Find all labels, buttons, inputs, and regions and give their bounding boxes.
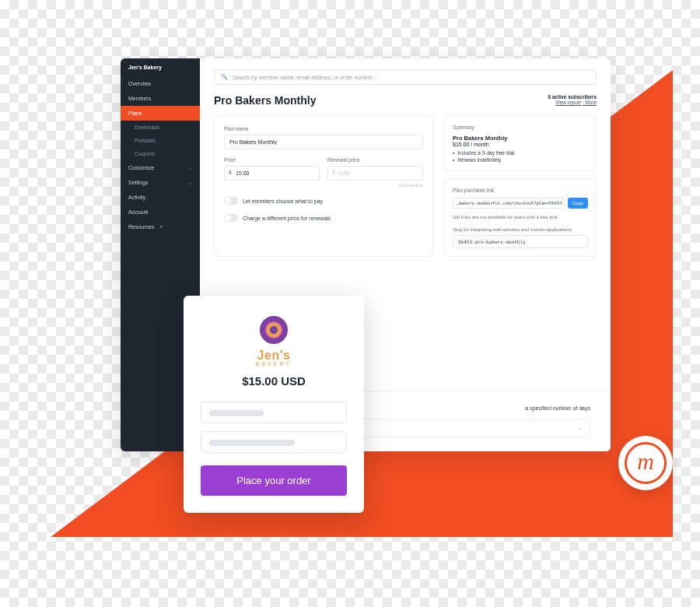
workspace-title: Jen's Bakery <box>121 58 200 76</box>
summary-bullet: Renews indefinitely <box>453 157 588 163</box>
plan-form-card: Plan name Price $ Renewal price <box>214 116 433 257</box>
checkout-card: Jen's BAKERY $15.00 USD Place your order <box>184 296 364 513</box>
copy-button[interactable]: Copy <box>568 198 588 209</box>
sidebar-item-members[interactable]: Members <box>121 91 200 106</box>
gift-link-note: Gift links are not available for plans w… <box>453 215 588 219</box>
toggle-choose-price-label: Let members choose what to pay <box>243 198 323 204</box>
sidebar-item-label: Resources <box>128 224 154 230</box>
page-title: Pro Bakers Monthly <box>214 94 316 107</box>
toggle-renewal-price[interactable] <box>224 214 238 222</box>
checkout-input-2[interactable] <box>201 431 347 453</box>
external-link-icon: ↗ <box>159 225 163 230</box>
place-order-button[interactable]: Place your order <box>201 465 347 496</box>
slug-value[interactable]: 56453-pro-bakers-monthly <box>453 235 588 248</box>
price-input[interactable] <box>224 166 320 181</box>
brand-logo <box>260 316 288 344</box>
summary-heading: Summary <box>453 125 588 130</box>
summary-bullet: Includes a 5-day free trial <box>453 150 588 156</box>
sidebar-sub-podcasts[interactable]: Podcasts <box>121 134 200 147</box>
donut-icon <box>265 321 282 339</box>
purchase-link-label: Plan purchase link <box>453 188 588 193</box>
sidebar-item-activity[interactable]: Activity <box>121 190 200 205</box>
badge-ring: m <box>625 442 667 484</box>
toggle-choose-price[interactable] <box>224 197 238 205</box>
more-link[interactable]: More <box>585 100 597 105</box>
chevron-down-icon: ⌄ <box>188 165 192 170</box>
sidebar-item-settings[interactable]: Settings ⌄ <box>121 175 200 190</box>
sidebar-item-label: Customize <box>128 165 154 170</box>
chevron-down-icon: ⌄ <box>577 425 582 431</box>
purchase-link-value[interactable]: …bakery.memberful.com/checkout?plan=5645… <box>453 198 565 209</box>
sidebar-item-plans[interactable]: Plans <box>121 106 200 121</box>
checkout-amount: $15.00 USD <box>201 374 347 388</box>
search-placeholder: Search by member name, email address, or… <box>233 75 378 80</box>
summary-card: Summary Pro Bakers Monthly $15.00 / mont… <box>444 116 597 171</box>
chevron-down-icon: ⌄ <box>188 180 192 185</box>
currency-symbol: $ <box>229 170 232 175</box>
subscriber-count: 8 active subscribers <box>548 94 597 100</box>
plan-name-label: Plan name <box>224 126 423 132</box>
toggle-renewal-price-label: Charge a different price for renewals <box>243 216 331 221</box>
unavailable-hint: Unavailable <box>327 183 423 188</box>
sidebar-item-account[interactable]: Account <box>121 205 200 219</box>
summary-price: $15.00 / month <box>453 142 588 147</box>
memberful-badge: m <box>618 436 673 490</box>
sidebar-sub-downloads[interactable]: Downloads <box>121 121 200 134</box>
currency-symbol: $ <box>332 170 335 175</box>
sidebar-item-resources[interactable]: Resources ↗ <box>121 219 200 234</box>
header-meta: 8 active subscribers View report · More <box>548 94 597 105</box>
renewal-price-label: Renewal price <box>327 157 423 163</box>
checkout-input-1[interactable] <box>201 402 347 423</box>
sidebar-item-customize[interactable]: Customize ⌄ <box>121 160 200 175</box>
memberful-m-icon: m <box>637 448 654 475</box>
view-report-link[interactable]: View report <box>555 100 581 105</box>
search-icon: 🔍 <box>221 74 228 80</box>
sidebar-item-label: Settings <box>128 180 148 185</box>
price-label: Price <box>224 157 320 163</box>
search-input[interactable]: 🔍 Search by member name, email address, … <box>214 69 597 85</box>
summary-plan-name: Pro Bakers Monthly <box>453 135 588 142</box>
renewal-price-input <box>327 166 423 181</box>
peek-text: a specified number of days <box>525 405 590 411</box>
sidebar-sub-coupons[interactable]: Coupons <box>121 147 200 160</box>
slug-label: Slug for integrating with services and c… <box>453 227 588 232</box>
sidebar-item-overview[interactable]: Overview <box>121 76 200 91</box>
brand-subtitle: BAKERY <box>201 361 347 367</box>
plan-name-input[interactable] <box>224 135 423 149</box>
purchase-link-card: Plan purchase link …bakery.memberful.com… <box>444 179 597 257</box>
